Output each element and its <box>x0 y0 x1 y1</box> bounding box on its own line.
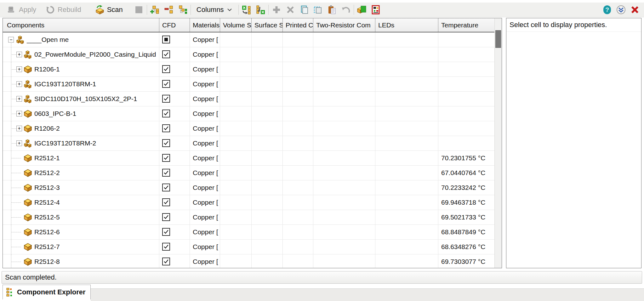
cfd-checkbox-checked[interactable] <box>162 184 170 191</box>
components-cell[interactable]: R2512-2 <box>3 166 159 180</box>
temperature-cell[interactable]: 67.0440764 °C <box>438 166 502 180</box>
leds-cell[interactable] <box>375 106 438 121</box>
cfd-checkbox-indeterminate[interactable] <box>162 36 170 43</box>
tree-expander-minus[interactable]: − <box>8 37 14 43</box>
leds-cell[interactable] <box>375 151 438 165</box>
leds-cell[interactable] <box>375 210 438 224</box>
leds-cell[interactable] <box>375 47 438 62</box>
materials-cell[interactable]: Copper [ <box>190 195 220 210</box>
printed-circuit-cell[interactable] <box>283 210 313 224</box>
leds-cell[interactable] <box>375 136 438 150</box>
printed-circuit-cell[interactable] <box>283 225 313 239</box>
components-cell[interactable]: + 0603_IPC-B-1 <box>3 106 159 121</box>
cfd-checkbox-checked[interactable] <box>162 258 170 265</box>
two-resistor-cell[interactable] <box>313 77 375 91</box>
leds-cell[interactable] <box>375 166 438 180</box>
table-row[interactable]: R2512-5 Copper [ 69.5021733 °C <box>3 210 502 225</box>
materials-cell[interactable]: Copper [ <box>190 47 220 62</box>
help-button[interactable]: ? <box>602 5 612 14</box>
components-cell[interactable]: + IGC193T120T8RM-2 <box>3 136 159 150</box>
materials-cell[interactable]: Copper [ <box>190 166 220 180</box>
volume-sources-cell[interactable] <box>220 180 252 195</box>
printed-circuit-cell[interactable] <box>283 254 313 268</box>
cfd-cell[interactable] <box>159 92 190 106</box>
cfd-cell[interactable] <box>159 254 190 268</box>
printed-circuit-cell[interactable] <box>283 62 313 77</box>
cfd-checkbox-checked[interactable] <box>162 50 170 58</box>
column-header-printed-c[interactable]: Printed C <box>283 18 313 32</box>
cfd-checkbox-checked[interactable] <box>162 95 170 103</box>
table-row[interactable]: R2512-1 Copper [ 70.2301755 °C <box>3 151 502 166</box>
surface-sources-cell[interactable] <box>252 240 283 254</box>
cfd-cell[interactable] <box>159 77 190 91</box>
temperature-cell[interactable] <box>438 77 502 91</box>
components-cell[interactable]: − ____Open me <box>3 32 159 47</box>
rebuild-button[interactable]: Rebuild <box>43 4 84 16</box>
table-row[interactable]: R2512-7 Copper [ 68.6348276 °C <box>3 240 502 254</box>
leds-cell[interactable] <box>375 180 438 195</box>
two-resistor-cell[interactable] <box>313 32 375 47</box>
components-cell[interactable]: + IGC193T120T8RM-1 <box>3 77 159 91</box>
tree-expander-plus[interactable]: + <box>16 81 22 87</box>
table-row[interactable]: R2512-6 Copper [ 68.8487849 °C <box>3 225 502 240</box>
table-row[interactable]: + IGC193T120T8RM-2 Copper [ <box>3 136 502 151</box>
temperature-cell[interactable] <box>438 136 502 150</box>
leds-cell[interactable] <box>375 92 438 106</box>
export-to-excel-button[interactable] <box>256 5 265 14</box>
cfd-cell[interactable] <box>159 240 190 254</box>
cfd-cell[interactable] <box>159 180 190 195</box>
materials-cell[interactable]: Copper [ <box>190 240 220 254</box>
printed-circuit-cell[interactable] <box>283 47 313 62</box>
surface-sources-cell[interactable] <box>252 121 283 136</box>
collapse-panel-button[interactable] <box>616 5 626 14</box>
tree-expander-plus[interactable]: + <box>16 111 22 116</box>
apply-button[interactable]: Apply <box>4 4 39 16</box>
temperature-cell[interactable]: 69.5021733 °C <box>438 210 502 224</box>
two-resistor-cell[interactable] <box>313 210 375 224</box>
column-header-cfd[interactable]: CFD <box>159 18 190 32</box>
two-resistor-cell[interactable] <box>313 240 375 254</box>
temperature-cell[interactable] <box>438 121 502 136</box>
import-from-excel-button[interactable] <box>242 5 251 14</box>
delete-button[interactable] <box>286 5 295 14</box>
tab-component-explorer[interactable]: Component Explorer <box>3 285 91 299</box>
cfd-cell[interactable] <box>159 210 190 224</box>
materials-cell[interactable]: Copper [ <box>190 32 220 47</box>
printed-circuit-cell[interactable] <box>283 151 313 165</box>
surface-sources-cell[interactable] <box>252 195 283 210</box>
volume-sources-cell[interactable] <box>220 240 252 254</box>
printed-circuit-cell[interactable] <box>283 136 313 150</box>
leds-cell[interactable] <box>375 254 438 268</box>
components-cell[interactable]: R2512-4 <box>3 195 159 210</box>
surface-sources-cell[interactable] <box>252 166 283 180</box>
cfd-cell[interactable] <box>159 47 190 62</box>
components-cell[interactable]: + R1206-1 <box>3 62 159 77</box>
volume-sources-cell[interactable] <box>220 136 252 150</box>
cfd-checkbox-checked[interactable] <box>162 243 170 251</box>
tree-expander-plus[interactable]: + <box>16 96 22 102</box>
cfd-cell[interactable] <box>159 62 190 77</box>
two-resistor-cell[interactable] <box>313 136 375 150</box>
paste-button[interactable] <box>327 5 337 14</box>
report-button[interactable] <box>371 5 380 14</box>
surface-sources-cell[interactable] <box>252 62 283 77</box>
temperature-cell[interactable] <box>438 106 502 121</box>
leds-cell[interactable] <box>375 121 438 136</box>
materials-cell[interactable]: Copper [ <box>190 210 220 224</box>
printed-circuit-cell[interactable] <box>283 180 313 195</box>
cfd-checkbox-checked[interactable] <box>162 228 170 236</box>
collapse-tree-button[interactable] <box>164 5 174 14</box>
printed-circuit-cell[interactable] <box>283 121 313 136</box>
surface-sources-cell[interactable] <box>252 210 283 224</box>
column-header-volume-s[interactable]: Volume S <box>220 18 252 32</box>
table-row[interactable]: R2512-2 Copper [ 67.0440764 °C <box>3 166 502 180</box>
volume-sources-cell[interactable] <box>220 106 252 121</box>
cfd-cell[interactable] <box>159 225 190 239</box>
table-row[interactable]: R2512-3 Copper [ 70.2233242 °C <box>3 180 502 195</box>
cfd-cell[interactable] <box>159 106 190 121</box>
two-resistor-cell[interactable] <box>313 47 375 62</box>
printed-circuit-cell[interactable] <box>283 92 313 106</box>
two-resistor-cell[interactable] <box>313 121 375 136</box>
surface-sources-cell[interactable] <box>252 92 283 106</box>
scan-button[interactable]: Scan <box>93 4 125 16</box>
